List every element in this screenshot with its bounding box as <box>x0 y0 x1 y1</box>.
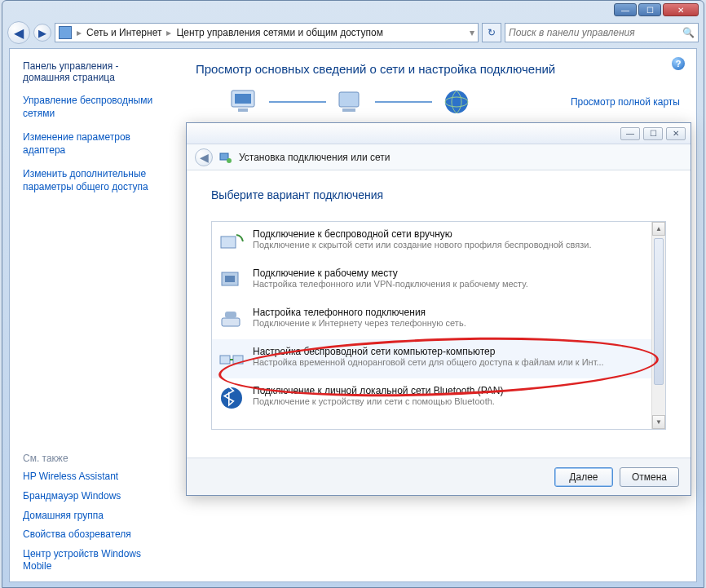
wireless-icon <box>218 228 245 254</box>
sidebar-link-adapter-settings[interactable]: Изменение параметров адаптера <box>23 131 171 157</box>
options-scrollbar[interactable]: ▲ ▼ <box>651 222 665 429</box>
option-desc: Подключение к устройству или сети с помо… <box>253 396 647 406</box>
refresh-button[interactable]: ↻ <box>482 23 501 42</box>
option-bluetooth-pan[interactable]: Подключение к личной локальной сети Blue… <box>212 378 665 418</box>
dialog-header-title: Установка подключения или сети <box>239 152 390 163</box>
address-segment[interactable]: ▸ <box>77 27 82 38</box>
window-titlebar: — ☐ ✕ <box>2 1 704 19</box>
network-setup-icon <box>219 151 232 164</box>
dialog-heading: Выберите вариант подключения <box>211 188 666 201</box>
search-box[interactable]: 🔍 <box>505 23 699 42</box>
option-dialup[interactable]: Настройка телефонного подключения Подклю… <box>212 300 665 339</box>
dialog-back-button[interactable]: ◀ <box>195 148 213 166</box>
svg-rect-14 <box>220 356 230 364</box>
scroll-down-button[interactable]: ▼ <box>652 415 665 429</box>
cancel-button[interactable]: Отмена <box>620 467 679 487</box>
connection-options-list: Подключение к беспроводной сети вручную … <box>211 221 666 430</box>
window-minimize-button[interactable]: — <box>614 3 637 16</box>
svg-rect-7 <box>220 153 228 160</box>
sidebar-link-wireless-networks[interactable]: Управление беспроводными сетями <box>23 95 171 120</box>
svg-rect-4 <box>342 108 355 112</box>
nav-back-button[interactable]: ◀ <box>7 21 30 44</box>
address-segment-network[interactable]: Сеть и Интернет <box>86 27 161 38</box>
svg-rect-2 <box>238 108 248 112</box>
scroll-thumb[interactable] <box>654 238 664 385</box>
window-maximize-button[interactable]: ☐ <box>638 3 661 16</box>
svg-point-8 <box>227 158 232 163</box>
option-title: Настройка телефонного подключения <box>253 307 647 318</box>
nav-toolbar: ◀ ▶ ▸ Сеть и Интернет ▸ Центр управления… <box>7 19 699 46</box>
address-bar[interactable]: ▸ Сеть и Интернет ▸ Центр управления сет… <box>55 23 479 42</box>
address-segment-sep: ▸ <box>166 27 171 38</box>
option-title: Настройка беспроводной сети компьютер-ко… <box>253 346 647 357</box>
option-manual-wireless[interactable]: Подключение к беспроводной сети вручную … <box>212 222 665 261</box>
svg-point-16 <box>221 387 242 409</box>
svg-point-5 <box>445 91 468 113</box>
dialog-maximize-button[interactable]: ☐ <box>643 127 663 140</box>
next-button[interactable]: Далее <box>554 467 613 487</box>
address-dropdown-icon[interactable]: ▾ <box>470 27 474 38</box>
option-desc: Настройка телефонного или VPN-подключени… <box>253 279 647 289</box>
svg-rect-13 <box>225 312 236 318</box>
option-adhoc-wireless[interactable]: Настройка беспроводной сети компьютер-ко… <box>212 339 665 378</box>
network-device-icon <box>334 87 367 117</box>
sidebar: Панель управления - домашняя страница Уп… <box>10 49 179 581</box>
seealso-internet-options[interactable]: Свойства обозревателя <box>23 528 171 542</box>
control-panel-icon <box>59 26 72 39</box>
workplace-icon <box>218 267 245 294</box>
option-desc: Подключение к Интернету через телефонную… <box>253 318 647 328</box>
svg-rect-1 <box>235 94 251 104</box>
window-close-button[interactable]: ✕ <box>663 3 699 16</box>
setup-connection-dialog: — ☐ ✕ ◀ Установка подключения или сети В… <box>186 122 691 496</box>
dialog-footer: Далее Отмена <box>187 458 691 495</box>
page-title: Просмотр основных сведений о сети и наст… <box>196 62 680 76</box>
svg-rect-3 <box>339 92 359 107</box>
dialog-body: Выберите вариант подключения Подключение… <box>187 170 691 458</box>
option-title: Подключение к личной локальной сети Blue… <box>253 385 647 396</box>
search-input[interactable] <box>509 27 679 38</box>
internet-globe-icon <box>440 87 473 117</box>
seealso-homegroup[interactable]: Домашняя группа <box>23 510 171 523</box>
help-icon[interactable]: ? <box>672 57 685 70</box>
option-workplace[interactable]: Подключение к рабочему месту Настройка т… <box>212 261 665 300</box>
dialog-titlebar: — ☐ ✕ <box>187 123 691 144</box>
svg-rect-12 <box>222 318 240 326</box>
phone-icon <box>218 307 245 333</box>
scroll-up-button[interactable]: ▲ <box>652 222 665 236</box>
option-title: Подключение к беспроводной сети вручную <box>253 228 647 240</box>
nav-forward-button[interactable]: ▶ <box>33 24 51 42</box>
view-full-map-link[interactable]: Просмотр полной карты <box>571 96 680 108</box>
dialog-close-button[interactable]: ✕ <box>666 127 686 140</box>
svg-rect-11 <box>225 276 235 282</box>
seealso-windows-mobile[interactable]: Центр устройств Windows Mobile <box>23 548 171 573</box>
sidebar-see-also-label: См. также <box>23 420 171 464</box>
seealso-firewall[interactable]: Брандмауэр Windows <box>23 490 171 503</box>
option-desc: Подключение к скрытой сети или создание … <box>253 240 647 250</box>
address-segment-sharing-center[interactable]: Центр управления сетями и общим доступом <box>176 27 383 38</box>
svg-rect-15 <box>233 356 243 364</box>
option-title: Подключение к рабочему месту <box>253 267 647 279</box>
search-icon[interactable]: 🔍 <box>679 27 695 38</box>
adhoc-icon <box>218 346 245 372</box>
seealso-hp-wireless[interactable]: HP Wireless Assistant <box>23 471 171 484</box>
dialog-header: ◀ Установка подключения или сети <box>187 144 691 170</box>
sidebar-home-link[interactable]: Панель управления - домашняя страница <box>23 60 171 83</box>
computer-icon <box>228 87 261 117</box>
svg-rect-9 <box>221 237 236 248</box>
network-map: Просмотр полной карты <box>228 87 680 117</box>
sidebar-link-advanced-sharing[interactable]: Изменить дополнительные параметры общего… <box>23 168 171 193</box>
bluetooth-icon <box>218 385 245 411</box>
option-desc: Настройка временной одноранговой сети дл… <box>253 357 647 367</box>
dialog-minimize-button[interactable]: — <box>620 127 640 140</box>
